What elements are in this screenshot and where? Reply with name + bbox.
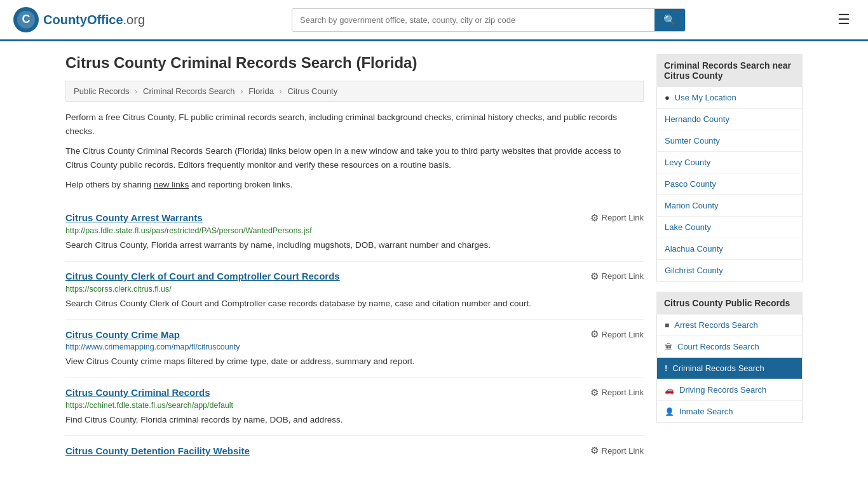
report-link-4[interactable]: ⚙ Report Link [590,387,644,398]
driving-records-icon: 🚗 [665,386,674,395]
result-title-5[interactable]: Citrus County Detention Facility Website [65,445,250,456]
sumter-county-link[interactable]: Sumter County [665,136,720,146]
breadcrumb: Public Records › Criminal Records Search… [65,81,644,102]
sidebar-item-pasco[interactable]: Pasco County [657,173,802,195]
sidebar-item-sumter[interactable]: Sumter County [657,130,802,152]
sidebar-item-alachua[interactable]: Alachua County [657,238,802,260]
result-header-1: Citrus County Arrest Warrants ⚙ Report L… [65,212,644,224]
report-link-5[interactable]: ⚙ Report Link [590,445,644,456]
results-list: Citrus County Arrest Warrants ⚙ Report L… [65,203,644,468]
result-item-1: Citrus County Arrest Warrants ⚙ Report L… [65,203,644,262]
report-icon-4: ⚙ [590,387,599,398]
use-location-link[interactable]: Use My Location [675,93,736,102]
logo-text: CountyOffice.org [43,13,145,27]
sidebar-nearby-header: Criminal Records Search near Citrus Coun… [656,54,803,87]
breadcrumb-sep-2: › [240,86,243,96]
result-header-3: Citrus County Crime Map ⚙ Report Link [65,329,644,340]
arrest-records-link[interactable]: Arrest Records Search [674,320,758,330]
sidebar-item-levy[interactable]: Levy County [657,152,802,173]
breadcrumb-public-records[interactable]: Public Records [74,86,129,96]
hernando-county-link[interactable]: Hernando County [665,114,729,124]
result-item-4: Citrus County Criminal Records ⚙ Report … [65,378,644,437]
result-desc-4: Find Citrus County, Florida criminal rec… [65,413,644,427]
report-label-4: Report Link [602,388,644,397]
sidebar-item-inmate-search[interactable]: 👤 Inmate Search [657,401,802,422]
criminal-records-label: Criminal Records Search [672,363,764,373]
header: C CountyOffice.org 🔍 ☰ [0,0,868,41]
marion-county-link[interactable]: Marion County [665,201,719,210]
result-title-2[interactable]: Citrus County Clerk of Court and Comptro… [65,271,340,281]
report-label-3: Report Link [602,330,644,339]
court-records-link[interactable]: Court Records Search [677,342,759,351]
result-title-3[interactable]: Citrus County Crime Map [65,329,180,340]
result-title-4[interactable]: Citrus County Criminal Records [65,387,210,398]
share-text-before: Help others by sharing [65,180,154,189]
search-icon: 🔍 [663,15,676,25]
result-header-5: Citrus County Detention Facility Website… [65,445,644,456]
breadcrumb-sep-1: › [135,86,137,96]
search-button[interactable]: 🔍 [654,9,685,31]
breadcrumb-criminal-records[interactable]: Criminal Records Search [143,86,235,96]
report-link-1[interactable]: ⚙ Report Link [590,212,644,224]
gilchrist-county-link[interactable]: Gilchrist County [665,266,723,275]
lake-county-link[interactable]: Lake County [665,222,711,232]
result-url-2[interactable]: https://scorss.clerk.citrus.fl.us/ [65,285,644,294]
intro-text-2: The Citrus County Criminal Records Searc… [65,144,644,172]
result-desc-1: Search Citrus County, Florida arrest war… [65,238,644,252]
share-text-after: and reporting broken links. [189,180,292,189]
result-header-4: Citrus County Criminal Records ⚙ Report … [65,387,644,398]
logo-icon: C [13,6,39,33]
levy-county-link[interactable]: Levy County [665,158,710,167]
result-desc-3: View Citrus County crime maps filtered b… [65,355,644,369]
report-link-2[interactable]: ⚙ Report Link [590,271,644,282]
sidebar-item-arrest-records[interactable]: ■ Arrest Records Search [657,315,802,336]
sidebar-item-court-records[interactable]: 🏛 Court Records Search [657,336,802,358]
result-url-3[interactable]: http://www.crimemapping.com/map/fl/citru… [65,342,644,351]
result-item-3: Citrus County Crime Map ⚙ Report Link ht… [65,320,644,378]
result-desc-2: Search Citrus County Clerk of Court and … [65,297,644,311]
search-area: 🔍 [292,8,686,32]
result-item-5: Citrus County Detention Facility Website… [65,436,644,468]
driving-records-link[interactable]: Driving Records Search [679,385,766,395]
hamburger-icon: ☰ [837,11,850,27]
report-label-1: Report Link [602,213,644,222]
result-title-1[interactable]: Citrus County Arrest Warrants [65,212,203,223]
location-pin-icon: ● [665,93,670,102]
report-link-3[interactable]: ⚙ Report Link [590,329,644,340]
report-icon-1: ⚙ [590,212,599,224]
menu-button[interactable]: ☰ [832,9,855,30]
inmate-search-link[interactable]: Inmate Search [679,407,733,416]
search-input[interactable] [292,10,654,30]
sidebar-item-criminal-records[interactable]: ! Criminal Records Search [657,358,802,379]
sidebar-nearby-section: Criminal Records Search near Citrus Coun… [656,54,803,281]
sidebar-nearby-items: ● Use My Location Hernando County Sumter… [656,87,803,281]
court-records-icon: 🏛 [665,342,672,351]
sidebar: Criminal Records Search near Citrus Coun… [656,54,803,468]
main-container: Citrus County Criminal Records Search (F… [53,41,815,480]
sidebar-item-lake[interactable]: Lake County [657,217,802,238]
intro-text-1: Perform a free Citrus County, FL public … [65,111,644,138]
content: Citrus County Criminal Records Search (F… [65,54,644,468]
report-icon-5: ⚙ [590,445,599,456]
sidebar-public-records-section: Citrus County Public Records ■ Arrest Re… [656,292,803,423]
sidebar-item-use-location[interactable]: ● Use My Location [657,87,802,109]
sidebar-item-marion[interactable]: Marion County [657,195,802,217]
alachua-county-link[interactable]: Alachua County [665,244,723,254]
logo-area[interactable]: C CountyOffice.org [13,6,145,33]
new-links-link[interactable]: new links [154,180,189,189]
inmate-search-icon: 👤 [665,407,674,416]
result-header-2: Citrus County Clerk of Court and Comptro… [65,271,644,282]
result-url-4[interactable]: https://cchinet.fdle.state.fl.us/search/… [65,401,644,410]
report-icon-3: ⚙ [590,329,599,340]
report-label-2: Report Link [602,271,644,281]
sidebar-item-driving-records[interactable]: 🚗 Driving Records Search [657,379,802,401]
arrest-records-icon: ■ [665,321,669,330]
sidebar-item-gilchrist[interactable]: Gilchrist County [657,260,802,281]
breadcrumb-citrus-county: Citrus County [287,86,337,96]
breadcrumb-sep-3: › [280,86,282,96]
pasco-county-link[interactable]: Pasco County [665,179,716,189]
result-url-1[interactable]: http://pas.fdle.state.fl.us/pas/restrict… [65,226,644,235]
breadcrumb-florida[interactable]: Florida [248,86,274,96]
sidebar-item-hernando[interactable]: Hernando County [657,109,802,130]
result-item-2: Citrus County Clerk of Court and Comptro… [65,262,644,320]
